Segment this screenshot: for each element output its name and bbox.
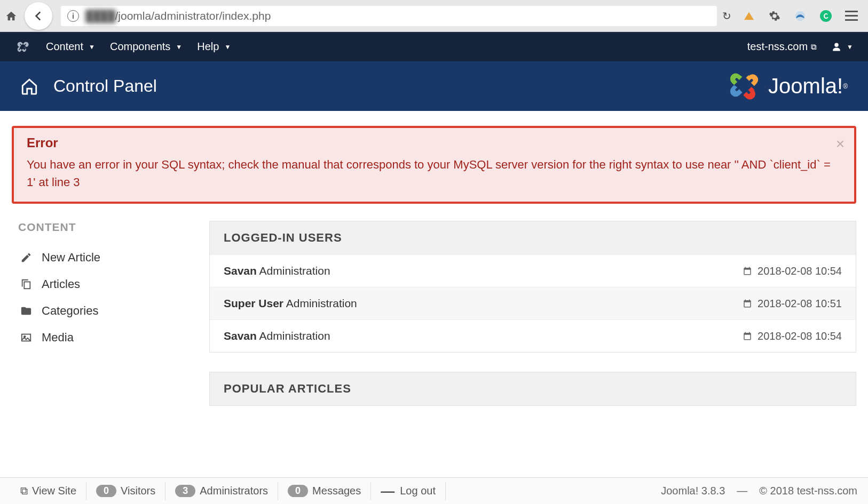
sidebar-categories[interactable]: Categories: [18, 298, 188, 324]
extension-icon-3[interactable]: [815, 5, 837, 27]
info-icon: i: [67, 10, 79, 22]
reload-button[interactable]: ↻: [722, 10, 731, 22]
browser-chrome: i ████ /joomla/administrator/index.php ↻: [0, 0, 868, 32]
extension-icon-2[interactable]: [789, 5, 811, 27]
sidebar-articles[interactable]: Articles: [18, 271, 188, 298]
sidebar: CONTENT New Article Articles Categories …: [12, 221, 188, 425]
copyright-text: © 2018 test-nss.com: [759, 485, 857, 497]
folder-icon: [18, 305, 42, 317]
nav-content[interactable]: Content▼: [46, 41, 95, 53]
messages-status[interactable]: 0Messages: [278, 482, 371, 500]
alert-message: You have an error in your SQL syntax; ch…: [27, 156, 841, 191]
home-button[interactable]: [0, 5, 22, 27]
url-visible: /joomla/administrator/index.php: [115, 10, 271, 22]
minus-icon: —: [381, 484, 394, 498]
user-row: Savan Administration 2018-02-08 10:54: [210, 319, 856, 352]
external-link-icon: ⧉: [811, 42, 817, 52]
copy-icon: [18, 278, 42, 290]
calendar-icon: [743, 331, 752, 341]
sidebar-new-article[interactable]: New Article: [18, 244, 188, 271]
dash: —: [737, 485, 747, 497]
visitors-status[interactable]: 0Visitors: [86, 482, 165, 500]
view-site-link[interactable]: ⧉ View Site: [11, 482, 86, 500]
sidebar-section-title: CONTENT: [18, 221, 188, 234]
admin-navbar: Content▼ Components▼ Help▼ test-nss.com⧉…: [0, 32, 868, 61]
page-header: Control Panel Joomla!®: [0, 61, 868, 111]
settings-icon[interactable]: [763, 5, 786, 27]
page-title: Control Panel: [53, 76, 157, 96]
joomla-brand: Joomla!®: [725, 70, 848, 102]
image-icon: [18, 332, 42, 343]
user-row: Super User Administration 2018-02-08 10:…: [210, 287, 856, 319]
user-row: Savan Administration 2018-02-08 10:54: [210, 254, 856, 287]
home-icon: [20, 77, 38, 95]
panel-header: LOGGED-IN USERS: [210, 221, 856, 254]
calendar-icon: [743, 266, 752, 276]
url-bar[interactable]: i ████ /joomla/administrator/index.php: [61, 6, 717, 26]
status-bar: ⧉ View Site 0Visitors 3Administrators 0M…: [0, 477, 868, 504]
version-text: Joomla! 3.8.3: [661, 485, 725, 497]
calendar-icon: [743, 299, 752, 308]
nav-components[interactable]: Components▼: [110, 41, 182, 53]
external-link-icon: ⧉: [20, 485, 28, 497]
panel-header: POPULAR ARTICLES: [210, 372, 856, 405]
alert-close-button[interactable]: ×: [836, 135, 845, 153]
logged-in-users-panel: LOGGED-IN USERS Savan Administration 201…: [209, 221, 856, 353]
logout-link[interactable]: —Log out: [371, 482, 446, 500]
site-link[interactable]: test-nss.com⧉: [747, 41, 817, 53]
extension-icon-1[interactable]: [738, 5, 760, 27]
popular-articles-panel: POPULAR ARTICLES: [209, 372, 856, 406]
svg-rect-2: [24, 282, 30, 289]
error-alert: Error You have an error in your SQL synt…: [12, 126, 856, 204]
pencil-icon: [18, 252, 42, 263]
admins-status[interactable]: 3Administrators: [165, 482, 278, 500]
url-obscured: ████: [85, 10, 115, 22]
sidebar-media[interactable]: Media: [18, 324, 188, 351]
user-menu[interactable]: ▼: [832, 42, 853, 52]
alert-title: Error: [27, 135, 841, 150]
menu-button[interactable]: [840, 5, 863, 27]
back-button[interactable]: [25, 2, 52, 30]
nav-help[interactable]: Help▼: [197, 41, 231, 53]
joomla-logo-icon[interactable]: [15, 39, 30, 54]
svg-point-1: [820, 10, 832, 22]
